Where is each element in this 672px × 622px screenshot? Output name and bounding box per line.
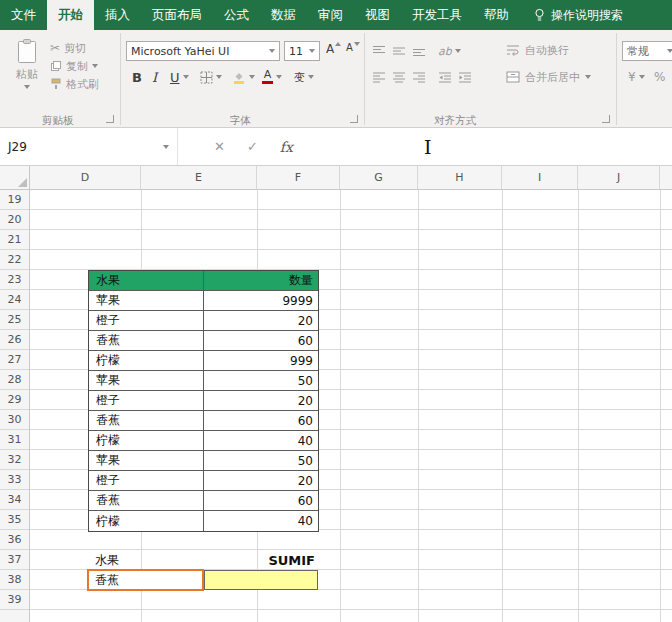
row-header[interactable]: 29 bbox=[0, 390, 29, 410]
font-size-dropdown-icon[interactable] bbox=[309, 49, 315, 53]
qty-cell[interactable]: 40 bbox=[204, 511, 318, 531]
qty-cell[interactable]: 9999 bbox=[204, 291, 318, 310]
qty-cell[interactable]: 40 bbox=[204, 431, 318, 450]
align-top-button[interactable] bbox=[372, 42, 386, 60]
tab-help[interactable]: 帮助 bbox=[473, 0, 520, 30]
column-header[interactable]: I bbox=[502, 166, 578, 189]
fruit-cell[interactable]: 柠檬 bbox=[89, 431, 204, 450]
qty-cell[interactable]: 60 bbox=[204, 491, 318, 510]
font-color-dropdown-icon[interactable] bbox=[276, 75, 282, 79]
fruit-cell[interactable]: 苹果 bbox=[89, 371, 204, 390]
paste-dropdown-icon[interactable] bbox=[24, 85, 30, 89]
wrap-text-button[interactable]: 自动换行 bbox=[506, 41, 569, 59]
row-header[interactable]: 32 bbox=[0, 450, 29, 470]
row-header[interactable]: 21 bbox=[0, 230, 29, 250]
number-format-select[interactable]: 常规 bbox=[622, 41, 672, 61]
bold-button[interactable]: B bbox=[132, 68, 142, 86]
column-header[interactable]: G bbox=[340, 166, 418, 189]
italic-button[interactable]: I bbox=[152, 68, 157, 86]
fruit-cell[interactable]: 柠檬 bbox=[89, 351, 204, 370]
name-box[interactable]: J29 bbox=[0, 128, 178, 165]
fruit-cell[interactable]: 香蕉 bbox=[89, 411, 204, 430]
formula-input[interactable] bbox=[293, 128, 672, 165]
align-right-button[interactable] bbox=[412, 68, 426, 86]
row-header[interactable]: 31 bbox=[0, 430, 29, 450]
column-header[interactable]: F bbox=[257, 166, 340, 189]
column-header[interactable]: D bbox=[30, 166, 141, 189]
format-painter-button[interactable]: 格式刷 bbox=[50, 76, 99, 92]
fruit-cell[interactable]: 橙子 bbox=[89, 311, 204, 330]
fruit-cell[interactable]: 橙子 bbox=[89, 391, 204, 410]
qty-cell[interactable]: 50 bbox=[204, 371, 318, 390]
borders-dropdown-icon[interactable] bbox=[216, 75, 222, 79]
row-header[interactable]: 39 bbox=[0, 590, 29, 610]
row-header[interactable]: 30 bbox=[0, 410, 29, 430]
row-header[interactable]: 25 bbox=[0, 310, 29, 330]
paste-button[interactable]: 粘贴 bbox=[6, 38, 48, 89]
grow-font-button[interactable]: A bbox=[326, 42, 341, 56]
criteria-input-cell[interactable]: 香蕉 bbox=[87, 569, 204, 591]
merge-center-button[interactable]: 合并后居中 bbox=[506, 68, 591, 86]
insert-function-button[interactable]: fx bbox=[280, 139, 293, 155]
clipboard-dialog-launcher[interactable] bbox=[106, 115, 114, 123]
row-header[interactable]: 38 bbox=[0, 570, 29, 590]
tab-formulas[interactable]: 公式 bbox=[213, 0, 260, 30]
cut-button[interactable]: ✂ 剪切 bbox=[50, 40, 86, 56]
row-header[interactable]: 35 bbox=[0, 510, 29, 530]
phonetic-dropdown-icon[interactable] bbox=[308, 75, 314, 79]
tab-file[interactable]: 文件 bbox=[0, 0, 47, 30]
percent-style-button[interactable]: % bbox=[654, 68, 665, 86]
row-header[interactable]: 23 bbox=[0, 270, 29, 290]
merge-center-dropdown-icon[interactable] bbox=[585, 75, 591, 79]
font-name-dropdown-icon[interactable] bbox=[269, 49, 275, 53]
sumif-result-cell[interactable] bbox=[204, 570, 318, 590]
font-size-select[interactable]: 11 bbox=[284, 41, 320, 61]
table-header-fruit[interactable]: 水果 bbox=[89, 271, 204, 290]
fill-color-button[interactable] bbox=[232, 68, 255, 86]
qty-cell[interactable]: 999 bbox=[204, 351, 318, 370]
align-center-button[interactable] bbox=[392, 68, 406, 86]
underline-dropdown-icon[interactable] bbox=[183, 75, 189, 79]
tab-view[interactable]: 视图 bbox=[354, 0, 401, 30]
align-left-button[interactable] bbox=[372, 68, 386, 86]
fruit-cell[interactable]: 苹果 bbox=[89, 291, 204, 310]
align-middle-button[interactable] bbox=[392, 42, 406, 60]
copy-button[interactable]: 复制 bbox=[50, 58, 98, 74]
sumif-caption-cell[interactable]: SUMIF bbox=[268, 553, 318, 568]
underline-button[interactable]: U bbox=[170, 68, 189, 86]
row-header[interactable]: 26 bbox=[0, 330, 29, 350]
font-name-select[interactable]: Microsoft YaHei UI bbox=[126, 41, 280, 61]
tab-home[interactable]: 开始 bbox=[47, 0, 94, 30]
font-color-button[interactable]: A bbox=[262, 68, 282, 86]
fruit-cell[interactable]: 橙子 bbox=[89, 471, 204, 490]
orientation-dropdown-icon[interactable] bbox=[455, 49, 461, 53]
row-header[interactable]: 36 bbox=[0, 530, 29, 550]
qty-cell[interactable]: 20 bbox=[204, 391, 318, 410]
tab-developer[interactable]: 开发工具 bbox=[401, 0, 473, 30]
row-header[interactable]: 22 bbox=[0, 250, 29, 270]
qty-cell[interactable]: 60 bbox=[204, 331, 318, 350]
column-header[interactable]: J bbox=[578, 166, 660, 189]
row-header[interactable]: 33 bbox=[0, 470, 29, 490]
row-header[interactable]: 27 bbox=[0, 350, 29, 370]
fruit-cell[interactable]: 柠檬 bbox=[89, 511, 204, 531]
qty-cell[interactable]: 20 bbox=[204, 471, 318, 490]
column-header[interactable]: E bbox=[141, 166, 257, 189]
increase-indent-button[interactable] bbox=[458, 68, 472, 86]
qty-cell[interactable]: 50 bbox=[204, 451, 318, 470]
enter-button[interactable]: ✓ bbox=[247, 139, 258, 154]
shrink-font-button[interactable]: A bbox=[346, 42, 360, 53]
tab-data[interactable]: 数据 bbox=[260, 0, 307, 30]
tell-me-search[interactable]: 操作说明搜索 bbox=[534, 0, 623, 30]
fruit-cell[interactable]: 香蕉 bbox=[89, 491, 204, 510]
borders-button[interactable] bbox=[200, 68, 222, 86]
row-header[interactable]: 37 bbox=[0, 550, 29, 570]
tab-review[interactable]: 审阅 bbox=[307, 0, 354, 30]
column-header[interactable]: H bbox=[418, 166, 502, 189]
row-header[interactable]: 34 bbox=[0, 490, 29, 510]
fill-color-dropdown-icon[interactable] bbox=[249, 75, 255, 79]
tab-page-layout[interactable]: 页面布局 bbox=[141, 0, 213, 30]
row-header[interactable]: 20 bbox=[0, 210, 29, 230]
tab-insert[interactable]: 插入 bbox=[94, 0, 141, 30]
qty-cell[interactable]: 20 bbox=[204, 311, 318, 330]
